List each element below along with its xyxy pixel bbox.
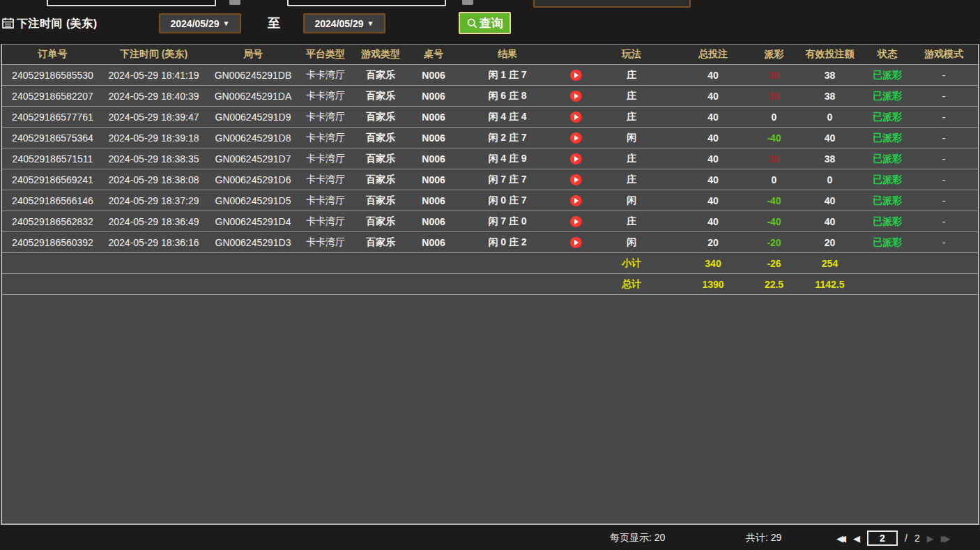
cell-total-bet: 40 [671, 70, 755, 81]
cell-table-number: N006 [412, 153, 455, 165]
cell-payout: -40 [755, 216, 793, 227]
cell-table-number: N006 [412, 195, 455, 206]
cell-payout: -40 [755, 195, 793, 206]
grand-total-label: 总计 [592, 278, 671, 291]
cell-bet-time: 2024-05-29 18:39:18 [103, 132, 204, 144]
cell-game-type: 百家乐 [349, 90, 412, 102]
cell-valid-bet: 40 [793, 132, 866, 144]
next-page-icon[interactable]: ▶ [927, 534, 934, 543]
play-video-icon[interactable] [570, 216, 582, 227]
prev-page-icon[interactable]: ◀ [853, 534, 860, 543]
cell-total-bet: 40 [671, 216, 755, 227]
table-body: 2405291865855302024-05-29 18:41:19GN0062… [2, 65, 978, 253]
cell-status: 已派彩 [866, 153, 908, 165]
column-header: 派彩 [755, 48, 793, 61]
cell-table-number: N006 [412, 174, 455, 185]
cell-platform-type: 卡卡湾厅 [302, 69, 349, 82]
cell-payout: 38 [755, 91, 793, 102]
cell-total-bet: 40 [671, 132, 755, 144]
column-header: 平台类型 [302, 48, 349, 61]
column-header: 有效投注额 [793, 48, 866, 61]
query-button[interactable]: 查询 [459, 12, 511, 34]
cell-payout: -40 [755, 132, 793, 144]
cell-total-bet: 40 [671, 153, 755, 165]
first-page-icon[interactable]: ◀◀ [836, 534, 846, 543]
cell-play-video [560, 90, 592, 102]
cell-play-type: 闲 [592, 236, 671, 249]
cell-result: 闲 4 庄 4 [455, 111, 560, 123]
cell-valid-bet: 38 [793, 91, 866, 102]
page-number-input[interactable] [867, 530, 898, 546]
cell-platform-type: 卡卡湾厅 [302, 236, 349, 249]
cell-play-video [560, 215, 592, 227]
column-header: 状态 [866, 48, 908, 61]
subtotal-label: 小计 [592, 257, 671, 270]
cell-play-video [560, 194, 592, 206]
column-header: 订单号 [2, 48, 103, 61]
table-row: 2405291865603922024-05-29 18:36:16GN0062… [2, 232, 978, 253]
table-row: 2405291865715112024-05-29 18:38:35GN0062… [2, 148, 978, 169]
cell-result: 闲 7 庄 7 [455, 174, 560, 186]
cell-play-type: 庄 [592, 215, 671, 228]
query-button-label: 查询 [480, 15, 503, 31]
cell-bet-time: 2024-05-29 18:37:29 [103, 195, 204, 206]
cell-result: 闲 1 庄 7 [455, 69, 560, 82]
date-to-select[interactable]: 2024/05/29 ▼ [303, 13, 385, 33]
table-row: 2405291865692412024-05-29 18:38:08GN0062… [2, 169, 978, 190]
cell-result: 闲 6 庄 8 [455, 90, 560, 102]
cell-game-type: 百家乐 [349, 153, 412, 165]
cell-order-number: 240529186577761 [2, 112, 103, 123]
last-page-icon[interactable]: ▶▶ [941, 534, 951, 543]
play-video-icon[interactable] [570, 237, 582, 248]
subtotal-total-bet: 340 [671, 258, 755, 269]
table-header-row: 订单号下注时间 (美东)局号平台类型游戏类型桌号结果玩法总投注派彩有效投注额状态… [2, 45, 978, 65]
grand-total-row: 总计 1390 22.5 1142.5 [2, 274, 978, 295]
cell-platform-type: 卡卡湾厅 [302, 215, 349, 228]
cell-game-mode: - [908, 70, 979, 81]
cell-play-type: 庄 [592, 153, 671, 165]
cell-table-number: N006 [412, 216, 455, 227]
cell-game-type: 百家乐 [349, 236, 412, 249]
cell-status: 已派彩 [866, 90, 908, 102]
cell-game-mode: - [908, 153, 979, 165]
play-video-icon[interactable] [570, 132, 582, 144]
subtotal-payout: -26 [755, 258, 793, 269]
per-page-label: 每页显示: 20 [610, 532, 665, 544]
cell-table-number: N006 [412, 112, 455, 123]
table-row: 2405291865777612024-05-29 18:39:47GN0062… [2, 107, 978, 128]
table-row: 2405291865855302024-05-29 18:41:19GN0062… [2, 65, 978, 86]
play-video-icon[interactable] [570, 174, 582, 185]
play-video-icon[interactable] [570, 91, 582, 102]
filter-bar: 下注时间 (美东) 2024/05/29 ▼ 至 2024/05/29 ▼ 查询 [0, 0, 980, 44]
cell-total-bet: 20 [671, 237, 755, 248]
cell-bet-time: 2024-05-29 18:39:47 [103, 112, 204, 123]
column-header: 总投注 [671, 48, 755, 61]
total-count-label: 共计: 29 [746, 532, 781, 544]
cell-table-number: N006 [412, 91, 455, 102]
search-icon [467, 18, 477, 29]
cell-round-id: GN006245291DB [204, 70, 302, 81]
cell-payout: 38 [755, 70, 793, 81]
cell-status: 已派彩 [866, 215, 908, 228]
cell-status: 已派彩 [866, 132, 908, 144]
date-from-select[interactable]: 2024/05/29 ▼ [159, 13, 241, 33]
date-to-value: 2024/05/29 [315, 18, 364, 29]
cell-play-video [560, 69, 592, 81]
cell-round-id: GN006245291D5 [204, 195, 302, 206]
table-empty-area [2, 295, 978, 524]
play-video-icon[interactable] [570, 153, 582, 165]
play-video-icon[interactable] [570, 195, 582, 206]
pager-controls: ◀◀ ◀ / 2 ▶ ▶▶ [836, 529, 951, 547]
total-pages-label: 2 [914, 533, 920, 544]
cell-game-type: 百家乐 [349, 111, 412, 123]
cell-bet-time: 2024-05-29 18:36:49 [103, 216, 204, 227]
cell-game-mode: - [908, 216, 979, 227]
cell-valid-bet: 38 [793, 153, 866, 165]
play-video-icon[interactable] [570, 112, 582, 123]
cell-play-video [560, 236, 592, 248]
subtotal-row: 小计 340 -26 254 [2, 253, 978, 274]
cell-round-id: GN006245291D8 [204, 132, 302, 144]
cell-valid-bet: 20 [793, 237, 866, 248]
cell-payout: -20 [755, 237, 793, 248]
play-video-icon[interactable] [570, 70, 582, 81]
